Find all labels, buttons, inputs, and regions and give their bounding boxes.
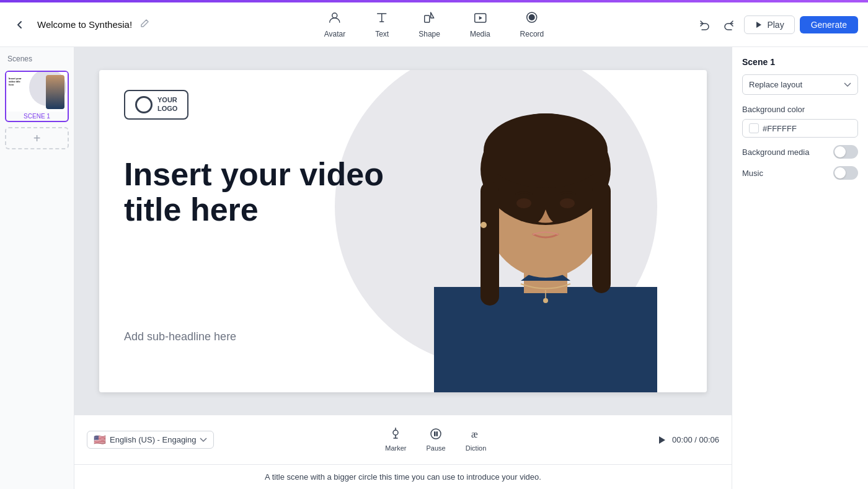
time-display: 00:00 / 00:06	[672, 435, 719, 444]
marker-icon	[389, 428, 402, 443]
main-canvas[interactable]: YOURLOGO Insert your video title here Ad…	[99, 70, 707, 392]
svg-point-18	[393, 430, 398, 435]
undo-button[interactable]	[694, 15, 714, 35]
svg-text:æ: æ	[471, 429, 478, 439]
pause-icon	[430, 428, 442, 443]
bg-color-label: Background color	[742, 105, 858, 114]
avatar-icon	[328, 11, 342, 27]
mini-title-text: Insert yourvideo titlehere	[9, 77, 22, 87]
record-icon	[525, 11, 539, 27]
logo-text: YOURLOGO	[157, 96, 177, 112]
scene-1-label: SCENE 1	[6, 112, 68, 121]
shape-label: Shape	[418, 30, 440, 38]
svg-point-15	[560, 198, 575, 208]
svg-rect-12	[592, 182, 611, 293]
svg-rect-21	[434, 431, 436, 436]
transcript-text: A title scene with a bigger circle this …	[265, 472, 541, 482]
svg-point-13	[484, 113, 608, 188]
background-color-input[interactable]: #FFFFFF	[742, 119, 858, 138]
header-left: Welcome to Synthesia!	[10, 15, 149, 35]
music-label: Music	[742, 169, 763, 178]
scenes-title: Scenes	[5, 55, 69, 63]
back-button[interactable]	[10, 15, 30, 35]
svg-rect-22	[436, 431, 438, 436]
background-media-toggle[interactable]	[833, 145, 858, 159]
music-row: Music	[742, 166, 858, 180]
background-media-row: Background media	[742, 145, 858, 159]
bg-media-label: Background media	[742, 148, 809, 157]
diction-icon: æ	[470, 428, 482, 443]
text-label: Text	[375, 30, 389, 38]
pause-tool[interactable]: Pause	[426, 428, 445, 452]
marker-tool[interactable]: Marker	[385, 428, 406, 452]
time-display-area: 00:00 / 00:06	[657, 435, 719, 445]
avatar-image	[384, 70, 707, 392]
music-toggle[interactable]	[833, 166, 858, 180]
svg-point-20	[431, 429, 441, 439]
play-button[interactable]: Play	[744, 15, 794, 34]
flag-icon: 🇺🇸	[94, 434, 106, 446]
avatar-label: Avatar	[324, 30, 345, 38]
right-panel: Scene 1 Replace layout Blank Title Two c…	[732, 47, 868, 489]
play-label: Play	[767, 20, 784, 30]
toggle-knob	[835, 146, 846, 157]
marker-label: Marker	[385, 444, 406, 452]
svg-rect-1	[425, 15, 430, 22]
video-subtitle[interactable]: Add sub-headline here	[124, 330, 236, 343]
video-title[interactable]: Insert your video title here	[124, 157, 397, 227]
color-swatch	[749, 123, 759, 133]
media-icon	[473, 11, 487, 27]
svg-point-3	[529, 14, 535, 20]
diction-tool[interactable]: æ Diction	[466, 428, 487, 452]
scenes-panel: Scenes Insert yourvideo titlehere SCENE …	[0, 47, 74, 489]
chevron-down-icon	[200, 438, 207, 443]
logo-icon	[135, 96, 153, 113]
main-layout: Scenes Insert yourvideo titlehere SCENE …	[0, 47, 868, 489]
header: Welcome to Synthesia! Avatar	[0, 2, 868, 47]
shape-icon	[423, 11, 436, 27]
toolbar: Avatar Text Shape	[319, 8, 549, 41]
pause-label: Pause	[426, 444, 445, 452]
text-icon	[375, 11, 389, 27]
scene-number-label: Scene 1	[742, 57, 858, 67]
toolbar-text[interactable]: Text	[370, 8, 394, 41]
edit-title-icon[interactable]	[140, 19, 149, 31]
music-toggle-knob	[835, 167, 846, 178]
mini-scene-content: Insert yourvideo titlehere	[6, 72, 68, 112]
play-time-icon	[657, 435, 667, 445]
header-right: Play Generate	[694, 15, 858, 35]
media-label: Media	[470, 30, 490, 38]
canvas-area: YOURLOGO Insert your video title here Ad…	[74, 47, 732, 489]
avatar-svg	[397, 70, 694, 392]
svg-point-0	[332, 13, 337, 18]
generate-button[interactable]: Generate	[800, 16, 858, 33]
canvas-wrapper: YOURLOGO Insert your video title here Ad…	[74, 47, 732, 415]
record-label: Record	[520, 30, 544, 38]
scene-thumbnail-image: Insert yourvideo titlehere	[6, 72, 68, 112]
svg-point-14	[516, 198, 531, 208]
bottom-tools: Marker Pause	[214, 428, 657, 452]
add-scene-button[interactable]: +	[5, 127, 69, 149]
language-selector[interactable]: 🇺🇸 English (US) - Engaging	[87, 431, 214, 449]
svg-point-17	[543, 298, 548, 303]
language-label: English (US) - Engaging	[110, 435, 196, 444]
document-title: Welcome to Synthesia!	[37, 19, 132, 30]
toolbar-shape[interactable]: Shape	[414, 8, 445, 41]
toolbar-avatar[interactable]: Avatar	[319, 8, 350, 41]
svg-rect-11	[480, 182, 499, 306]
bottom-controls: 🇺🇸 English (US) - Engaging	[74, 415, 732, 464]
scene-1-thumbnail[interactable]: Insert yourvideo titlehere SCENE 1	[5, 71, 69, 122]
diction-label: Diction	[466, 444, 487, 452]
transcript-area[interactable]: A title scene with a bigger circle this …	[74, 464, 732, 489]
mini-avatar	[46, 75, 64, 109]
replace-layout-dropdown[interactable]: Replace layout Blank Title Two column	[742, 74, 858, 95]
redo-button[interactable]	[719, 15, 739, 35]
svg-point-16	[480, 222, 487, 228]
color-value: #FFFFFF	[763, 124, 797, 133]
logo-placeholder[interactable]: YOURLOGO	[124, 90, 188, 120]
toolbar-record[interactable]: Record	[515, 8, 549, 41]
toolbar-media[interactable]: Media	[465, 8, 495, 41]
